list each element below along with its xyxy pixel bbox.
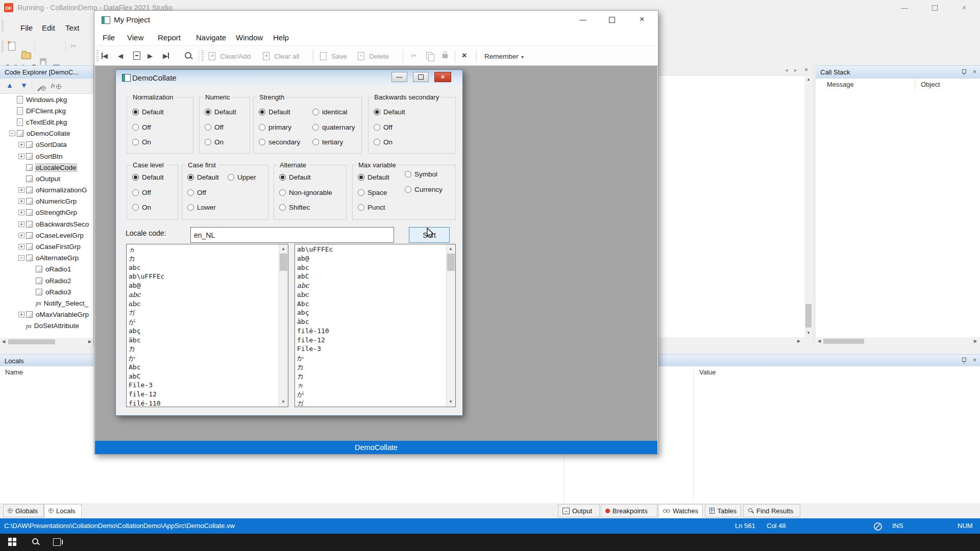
tree-item-oRadio1[interactable]: oRadio1 — [0, 264, 93, 275]
expand-icon[interactable]: + — [18, 244, 24, 249]
scroll-thumb[interactable] — [447, 254, 455, 271]
radio-button-icon[interactable] — [132, 109, 139, 115]
democollate-title-bar[interactable]: DemoCollate — × — [116, 70, 462, 85]
remember-dropdown[interactable]: Remember — [484, 53, 519, 60]
list-item[interactable]: abc — [295, 290, 447, 299]
list-item[interactable]: ab\uFFFEc — [295, 245, 447, 254]
menu-help[interactable]: Help — [273, 33, 289, 42]
radio-default[interactable]: Default — [358, 174, 389, 181]
tree-item-oLocaleCode[interactable]: oLocaleCode — [0, 162, 93, 173]
list-item[interactable]: が — [295, 390, 447, 399]
scroll-left-icon[interactable]: ◀ — [2, 340, 5, 344]
tree-item-Windows.pkg[interactable]: Windows.pkg — [0, 94, 93, 105]
menu-window[interactable]: Window — [236, 33, 263, 42]
list-item[interactable]: Abc — [295, 299, 447, 309]
radio-button-icon[interactable] — [132, 204, 139, 211]
previous-record-icon[interactable]: ◀ — [118, 52, 123, 60]
radio-button-icon[interactable] — [187, 174, 194, 181]
functions-icon[interactable]: fx — [51, 80, 55, 89]
tab-breakpoints[interactable]: Breakpoints — [601, 504, 657, 517]
tab-globals[interactable]: Globals — [3, 504, 44, 517]
properties-wrench-icon[interactable] — [37, 83, 42, 92]
tab-scroll-right-icon[interactable]: ▸ — [794, 67, 797, 73]
radio-button-icon[interactable] — [312, 109, 319, 115]
menu-navigate[interactable]: Navigate — [196, 33, 226, 42]
scroll-down-icon[interactable]: ▼ — [806, 331, 811, 335]
tree-item-Notify_Select_[interactable]: pxNotify_Select_ — [0, 297, 93, 309]
editor-vscrollbar[interactable]: ▲ ▼ — [804, 76, 813, 337]
taskbar-search-icon[interactable] — [32, 538, 40, 546]
sorted-listbox[interactable]: ab\uFFFEcab@abcabCabcabcAbcabçäbcfilé-11… — [295, 244, 456, 407]
find-icon[interactable] — [184, 52, 192, 60]
column-divider[interactable] — [693, 366, 694, 379]
radio-button-icon[interactable] — [312, 139, 319, 145]
tree-item-oRadio3[interactable]: oRadio3 — [0, 286, 93, 297]
radio-button-icon[interactable] — [279, 174, 286, 181]
scroll-thumb[interactable] — [823, 339, 864, 344]
list-item[interactable]: abc — [127, 299, 279, 309]
tree-item-oStrengthGrp[interactable]: +oStrengthGrp — [0, 207, 93, 218]
menu-view[interactable]: View — [127, 33, 143, 42]
list-item[interactable]: ヵ — [295, 381, 447, 390]
radio-button-icon[interactable] — [187, 189, 194, 196]
clear-add-icon[interactable]: ∗ — [209, 52, 215, 60]
expand-icon[interactable]: + — [18, 210, 24, 215]
move-down-icon[interactable]: ▼ — [20, 81, 28, 89]
scroll-down-icon[interactable]: ▼ — [281, 400, 285, 404]
tab-find-results[interactable]: Find Results — [743, 504, 800, 517]
minimize-icon[interactable]: — — [391, 72, 407, 82]
tree-item-oBackwardsSeco[interactable]: +oBackwardsSeco — [0, 218, 93, 230]
list-item[interactable]: abC — [127, 372, 279, 381]
code-explorer-hscrollbar[interactable]: ◀ ▶ — [0, 338, 94, 346]
list-item[interactable]: ガ — [295, 399, 447, 407]
radio-default[interactable]: Default — [205, 109, 236, 115]
list-item[interactable]: abc — [127, 263, 279, 272]
first-record-icon[interactable]: ◀ — [102, 52, 108, 60]
list-item[interactable]: äbc — [295, 317, 447, 327]
tree-item-oDemoCollate[interactable]: −oDemoCollate — [0, 128, 93, 139]
list-item[interactable]: filé-110 — [127, 399, 279, 407]
radio-default[interactable]: Default — [374, 109, 405, 115]
expand-icon[interactable]: + — [18, 142, 24, 147]
my-project-title-bar[interactable]: My Project — × — [94, 11, 658, 29]
radio-button-icon[interactable] — [132, 139, 139, 145]
list-item[interactable]: file-12 — [295, 336, 447, 345]
radio-default[interactable]: Default — [132, 174, 164, 181]
tree-item-oRadio2[interactable]: oRadio2 — [0, 275, 93, 286]
delete-record-icon[interactable]: × — [358, 52, 364, 60]
radio-button-icon[interactable] — [374, 124, 380, 131]
radio-secondary[interactable]: secondary — [259, 139, 300, 145]
menu-file[interactable]: File — [20, 23, 33, 32]
radio-button-icon[interactable] — [405, 171, 411, 178]
radio-upper[interactable]: Upper — [228, 174, 256, 181]
radio-default[interactable]: Default — [259, 109, 300, 115]
task-view-icon[interactable] — [53, 538, 61, 546]
minimize-icon[interactable]: — — [579, 15, 586, 23]
radio-primary[interactable]: primary — [259, 124, 300, 131]
unsorted-listbox[interactable]: ヵカabcab\uFFFEcab@abcabcガがabçäbcカかAbcabCF… — [126, 244, 288, 407]
radio-button-icon[interactable] — [279, 189, 286, 196]
listbox-vscrollbar[interactable]: ▲ ▼ — [446, 244, 455, 407]
clear-add-button[interactable]: Clear/Add — [220, 53, 251, 60]
call-stack-hscrollbar[interactable]: ◀ ▶ — [816, 337, 980, 345]
scroll-down-icon[interactable]: ▼ — [449, 400, 453, 404]
list-item[interactable]: か — [127, 354, 279, 363]
radio-space[interactable]: Space — [358, 189, 389, 196]
scroll-thumb[interactable] — [8, 339, 55, 344]
maximize-icon[interactable] — [413, 72, 429, 82]
scroll-up-icon[interactable]: ▲ — [449, 247, 453, 251]
tree-item-DoSetAttribute[interactable]: pxDoSetAttribute — [0, 320, 93, 332]
radio-lower[interactable]: Lower — [187, 204, 219, 211]
column-object[interactable]: Object — [921, 81, 940, 88]
record-form-icon[interactable] — [133, 52, 140, 60]
close-icon[interactable]: × — [640, 15, 644, 24]
column-message[interactable]: Message — [827, 81, 854, 88]
list-item[interactable]: ab@ — [295, 254, 447, 263]
radio-button-icon[interactable] — [358, 204, 364, 211]
list-item[interactable]: File-3 — [295, 344, 447, 354]
clear-all-icon[interactable]: ∗ — [263, 52, 270, 60]
list-item[interactable]: File-3 — [127, 381, 279, 390]
list-item[interactable]: ガ — [127, 308, 279, 317]
scroll-up-icon[interactable]: ▲ — [281, 247, 285, 251]
close-icon[interactable]: × — [973, 357, 976, 364]
